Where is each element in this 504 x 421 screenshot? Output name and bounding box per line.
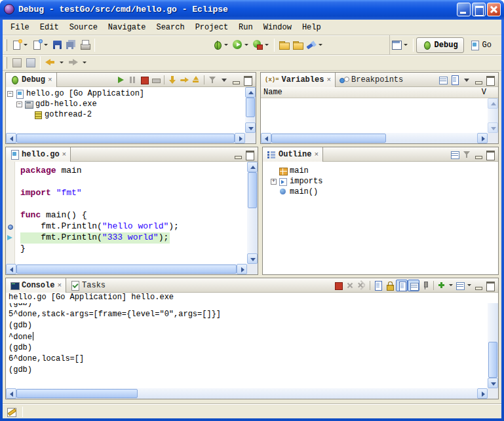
dropdown-icon[interactable]	[402, 37, 409, 53]
tab-tasks[interactable]: Tasks	[66, 278, 109, 293]
filter-button[interactable]	[461, 149, 473, 160]
scroll-down-button[interactable]	[245, 122, 256, 133]
minimize-view-button[interactable]	[230, 74, 242, 86]
open-console-button[interactable]	[436, 280, 448, 291]
clear-console-button[interactable]	[372, 280, 384, 291]
maximize-button[interactable]	[472, 3, 486, 16]
minimize-view-button[interactable]	[473, 280, 484, 291]
tab-outline[interactable]: Outline ×	[263, 147, 323, 162]
tab-console[interactable]: Console ×	[6, 278, 66, 293]
dropdown-icon[interactable]	[243, 37, 250, 53]
new-wizard-button[interactable]	[10, 37, 30, 53]
step-over-button[interactable]	[178, 74, 190, 86]
view-menu-button[interactable]	[461, 74, 473, 86]
folder-button-1[interactable]	[277, 37, 291, 53]
scroll-thumb[interactable]	[248, 172, 257, 208]
scroll-thumb[interactable]	[16, 134, 235, 143]
folder-button-2[interactable]	[291, 37, 305, 53]
vertical-scrollbar[interactable]	[245, 87, 256, 133]
tab-breakpoints[interactable]: Breakpoints	[336, 73, 407, 87]
debug-tree[interactable]: −hello.go [Go Application]−gdb-hello.exe…	[6, 87, 144, 120]
scroll-up-button[interactable]	[247, 162, 258, 172]
step-return-button[interactable]	[190, 74, 202, 86]
expand-icon[interactable]: +	[271, 179, 277, 185]
tree-item[interactable]: −hello.go [Go Application]	[6, 88, 144, 99]
menu-item-source[interactable]: Source	[64, 21, 103, 34]
maximize-view-button[interactable]	[242, 74, 254, 86]
run-launch-button[interactable]	[231, 37, 251, 53]
close-icon[interactable]: ×	[314, 151, 319, 158]
dropdown-icon[interactable]	[81, 55, 88, 71]
scroll-down-button[interactable]	[247, 253, 258, 264]
close-button[interactable]	[487, 3, 501, 16]
scroll-left-button[interactable]	[6, 388, 16, 399]
tree-item[interactable]: main()	[269, 187, 322, 197]
menu-item-navigate[interactable]: Navigate	[103, 21, 151, 34]
outline-tree[interactable]: main+importsmain()	[263, 162, 322, 197]
close-icon[interactable]: ×	[48, 76, 52, 84]
scroll-thumb[interactable]	[488, 342, 497, 378]
horizontal-scrollbar[interactable]	[261, 133, 488, 143]
scroll-thumb[interactable]	[271, 134, 386, 143]
debug-launch-button[interactable]	[210, 37, 231, 53]
disconnect-button[interactable]	[150, 74, 162, 86]
vertical-scrollbar[interactable]	[247, 162, 258, 264]
scroll-right-button[interactable]	[477, 388, 488, 399]
tree-item[interactable]: main	[269, 166, 322, 176]
dropdown-icon[interactable]	[43, 37, 49, 53]
tab-debug[interactable]: Debug ×	[6, 73, 57, 87]
titlebar[interactable]: Debug - testGo/src/cmd/hello.go - Eclips…	[0, 0, 504, 20]
tree-item[interactable]: gothread-2	[6, 109, 144, 120]
close-icon[interactable]: ×	[57, 282, 62, 289]
minimize-view-button[interactable]	[473, 149, 484, 160]
dropdown-icon[interactable]	[223, 37, 229, 53]
forward-history-button[interactable]	[80, 55, 89, 71]
save-all-button[interactable]	[64, 37, 78, 53]
scroll-up-button[interactable]	[488, 98, 498, 109]
vertical-scrollbar[interactable]	[488, 293, 498, 388]
menu-item-window[interactable]: Window	[258, 21, 297, 34]
maximize-view-button[interactable]	[244, 149, 256, 160]
scroll-down-button[interactable]	[488, 122, 498, 133]
toolbar-disabled-button-2[interactable]	[24, 55, 37, 71]
minimize-button[interactable]	[457, 3, 471, 16]
detail-pane-button[interactable]	[449, 74, 461, 86]
scroll-left-button[interactable]	[6, 264, 16, 274]
dropdown-icon[interactable]	[58, 55, 65, 71]
layout-button[interactable]	[437, 74, 449, 86]
scroll-up-button[interactable]	[245, 87, 256, 98]
column-value-partial[interactable]: V	[482, 88, 486, 97]
scroll-thumb[interactable]	[246, 98, 255, 117]
annotation-ruler[interactable]	[6, 162, 15, 264]
remove-launch-button[interactable]	[344, 280, 356, 291]
menu-item-run[interactable]: Run	[233, 21, 258, 34]
scroll-down-button[interactable]	[488, 378, 498, 388]
horizontal-scrollbar[interactable]	[6, 264, 247, 274]
status-pencil-icon[interactable]	[7, 407, 17, 417]
column-name[interactable]: Name	[263, 88, 282, 97]
tab-hello-go[interactable]: hello.go ×	[6, 147, 71, 162]
minimize-view-button[interactable]	[473, 74, 484, 86]
perspective-go-button[interactable]: Go	[464, 37, 497, 53]
activate-on-stdout-button[interactable]	[396, 280, 408, 291]
maximize-view-button[interactable]	[484, 149, 496, 160]
scroll-thumb[interactable]	[16, 389, 138, 398]
external-tools-button[interactable]	[251, 37, 271, 53]
maximize-view-button[interactable]	[484, 74, 496, 86]
remove-all-launches-button[interactable]	[356, 280, 368, 291]
scroll-lock-button[interactable]	[384, 280, 396, 291]
terminate-button[interactable]	[138, 74, 150, 86]
display-selected-console-button[interactable]	[454, 280, 466, 291]
scroll-thumb[interactable]	[16, 265, 237, 274]
new-go-element-button[interactable]	[30, 37, 50, 53]
maximize-view-button[interactable]	[484, 280, 496, 291]
collapse-icon[interactable]: −	[16, 101, 22, 107]
close-icon[interactable]: ×	[326, 76, 331, 84]
suspend-button[interactable]	[126, 74, 138, 86]
close-icon[interactable]: ×	[62, 151, 67, 158]
menu-item-project[interactable]: Project	[190, 21, 233, 34]
forward-button[interactable]	[66, 55, 80, 71]
scroll-left-button[interactable]	[261, 133, 271, 143]
menu-item-help[interactable]: Help	[297, 21, 326, 34]
menu-item-edit[interactable]: Edit	[35, 21, 64, 34]
